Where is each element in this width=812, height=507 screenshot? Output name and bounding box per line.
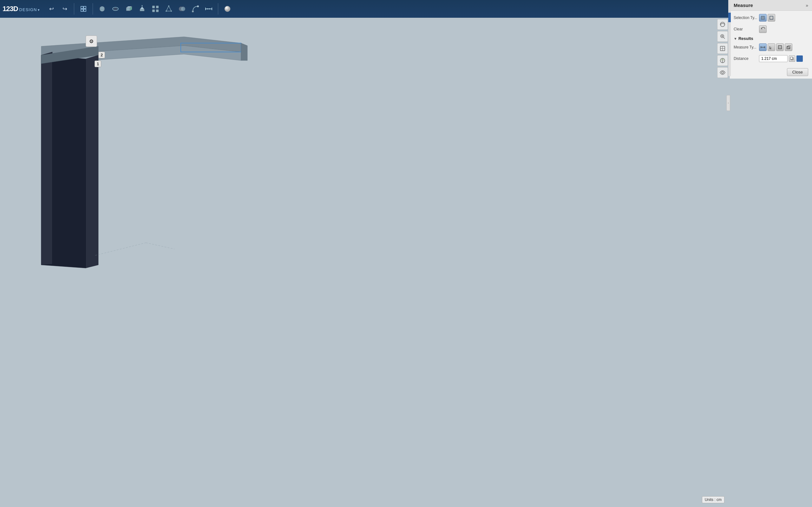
viewport[interactable]: ⚙ 2 1 bbox=[0, 18, 406, 253]
toolbar-separator-2 bbox=[93, 3, 93, 14]
svg-point-22 bbox=[165, 10, 167, 12]
gear-icon: ⚙ bbox=[89, 38, 94, 44]
pattern-icon bbox=[152, 5, 159, 13]
redo-button[interactable]: ↪ bbox=[59, 3, 71, 15]
svg-marker-14 bbox=[142, 5, 143, 6]
logo-area: 123D DESIGN ▾ bbox=[3, 5, 40, 13]
svg-point-7 bbox=[114, 8, 117, 9]
viewport-svg bbox=[0, 18, 406, 253]
svg-rect-8 bbox=[126, 8, 130, 11]
undo-button[interactable]: ↩ bbox=[45, 3, 57, 15]
extrude-button[interactable] bbox=[136, 3, 148, 15]
toolbar-separator-3 bbox=[218, 3, 218, 14]
svg-marker-40 bbox=[41, 52, 52, 253]
settings-button[interactable]: ⚙ bbox=[86, 36, 97, 47]
construct-button[interactable] bbox=[163, 3, 175, 15]
svg-rect-1 bbox=[84, 6, 86, 9]
svg-rect-2 bbox=[81, 9, 83, 11]
construct-icon bbox=[165, 5, 172, 13]
svg-rect-17 bbox=[152, 9, 155, 12]
sweep-button[interactable] bbox=[189, 3, 201, 15]
measure-button[interactable] bbox=[203, 3, 215, 15]
material-icon bbox=[223, 5, 231, 13]
sphere-icon bbox=[98, 5, 106, 13]
svg-rect-11 bbox=[140, 9, 144, 11]
toolbar-separator-1 bbox=[74, 3, 74, 14]
svg-rect-3 bbox=[84, 9, 86, 11]
svg-point-24 bbox=[181, 7, 185, 11]
material-button[interactable] bbox=[221, 3, 234, 15]
svg-marker-39 bbox=[86, 55, 98, 253]
svg-rect-18 bbox=[156, 9, 159, 12]
logo-design: DESIGN bbox=[19, 7, 37, 12]
measure-label-1: 1 bbox=[95, 60, 101, 67]
boolean-button[interactable] bbox=[176, 3, 188, 15]
svg-point-21 bbox=[171, 10, 172, 12]
grid-icon bbox=[80, 6, 87, 12]
torus-icon bbox=[112, 5, 119, 13]
svg-rect-15 bbox=[152, 6, 155, 8]
svg-point-6 bbox=[113, 7, 118, 10]
svg-point-32 bbox=[224, 6, 230, 12]
box-icon bbox=[125, 5, 133, 13]
boolean-icon bbox=[178, 5, 186, 13]
measure-icon bbox=[205, 5, 212, 13]
torus-button[interactable] bbox=[109, 3, 121, 15]
logo-123d: 123D bbox=[3, 5, 18, 13]
svg-point-26 bbox=[197, 5, 199, 7]
svg-rect-0 bbox=[81, 6, 83, 9]
svg-point-25 bbox=[192, 10, 194, 12]
measure-label-2: 2 bbox=[98, 52, 105, 58]
svg-point-4 bbox=[100, 6, 105, 11]
pattern-button[interactable] bbox=[149, 3, 161, 15]
box-button[interactable] bbox=[123, 3, 135, 15]
main-toolbar: 123D DESIGN ▾ ↩ ↪ bbox=[0, 0, 406, 18]
svg-rect-16 bbox=[156, 6, 159, 8]
svg-marker-37 bbox=[241, 43, 247, 60]
svg-marker-12 bbox=[140, 7, 144, 9]
grid-button[interactable] bbox=[78, 3, 90, 15]
sphere-button[interactable] bbox=[96, 3, 108, 15]
sweep-icon bbox=[192, 5, 199, 13]
extrude-icon bbox=[138, 5, 146, 13]
logo-dropdown-icon[interactable]: ▾ bbox=[38, 8, 40, 12]
svg-marker-19 bbox=[166, 6, 171, 11]
svg-point-20 bbox=[168, 5, 169, 7]
